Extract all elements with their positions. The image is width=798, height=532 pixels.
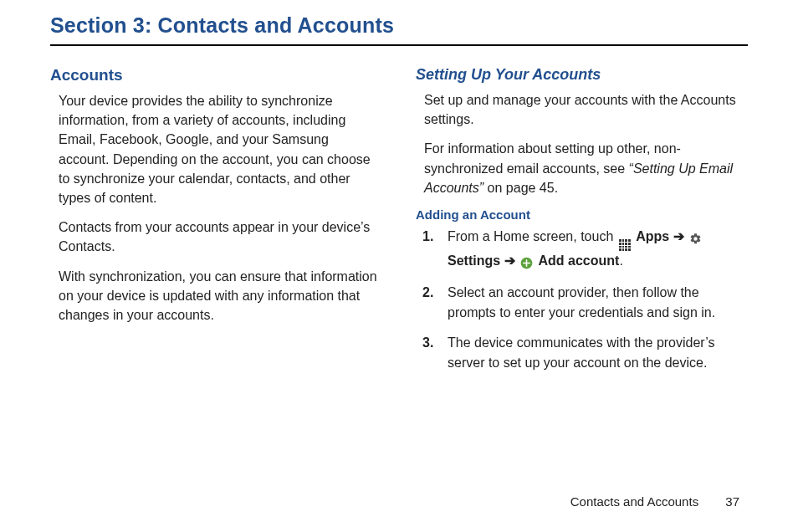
section-rule — [50, 44, 748, 46]
section-title: Section 3: Contacts and Accounts — [50, 13, 748, 38]
adding-account-heading: Adding an Account — [416, 207, 748, 222]
apps-icon — [619, 239, 631, 251]
setting-up-paragraph-2: For information about setting up other, … — [424, 139, 748, 197]
add-account-label: Add account — [538, 253, 619, 268]
setting-up-heading: Setting Up Your Accounts — [416, 66, 748, 84]
step-2: Select an account provider, then follow … — [441, 283, 748, 323]
right-column: Setting Up Your Accounts Set up and mana… — [416, 66, 748, 383]
steps-list: From a Home screen, touch Apps ➔ Setting… — [416, 227, 748, 373]
accounts-paragraph-3: With synchronization, you can ensure tha… — [59, 267, 382, 325]
text-fragment: . — [619, 253, 622, 268]
page-number: 37 — [725, 494, 739, 509]
setting-up-paragraph-1: Set up and manage your accounts with the… — [424, 90, 748, 129]
text-fragment: on page 45. — [483, 181, 558, 195]
settings-label: Settings — [448, 253, 500, 268]
text-fragment: From a Home screen, touch — [448, 229, 617, 243]
arrow-icon: ➔ — [504, 253, 519, 268]
accounts-paragraph-2: Contacts from your accounts appear in yo… — [59, 217, 382, 256]
step-1: From a Home screen, touch Apps ➔ Setting… — [441, 227, 748, 273]
step-3: The device communicates with the provide… — [441, 333, 748, 373]
footer-chapter-label: Contacts and Accounts — [570, 494, 698, 509]
page-footer: Contacts and Accounts 37 — [570, 494, 739, 509]
left-column: Accounts Your device provides the abilit… — [50, 66, 382, 383]
accounts-paragraph-1: Your device provides the ability to sync… — [59, 91, 382, 207]
accounts-heading: Accounts — [50, 66, 382, 84]
arrow-icon: ➔ — [673, 229, 688, 243]
settings-icon — [689, 228, 702, 248]
apps-label: Apps — [636, 229, 669, 243]
two-column-layout: Accounts Your device provides the abilit… — [50, 66, 748, 383]
add-account-icon — [520, 253, 533, 273]
